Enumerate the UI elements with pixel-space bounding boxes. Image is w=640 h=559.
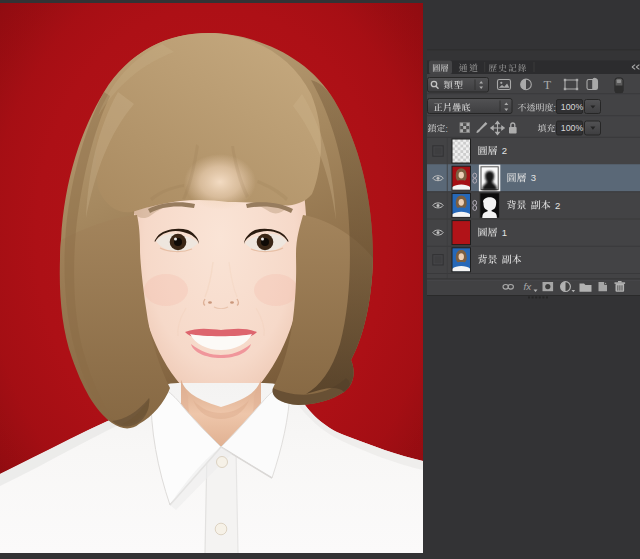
svg-text:fx: fx <box>524 281 533 292</box>
svg-text:T: T <box>544 78 552 92</box>
svg-text:2: 2 <box>502 145 507 156</box>
svg-text:3: 3 <box>531 172 536 183</box>
svg-text::: : <box>446 124 448 134</box>
svg-text:2: 2 <box>555 200 560 211</box>
svg-text:100%: 100% <box>561 123 584 133</box>
svg-text:1: 1 <box>502 227 507 238</box>
svg-text::: : <box>554 103 556 113</box>
svg-text:100%: 100% <box>561 102 584 112</box>
